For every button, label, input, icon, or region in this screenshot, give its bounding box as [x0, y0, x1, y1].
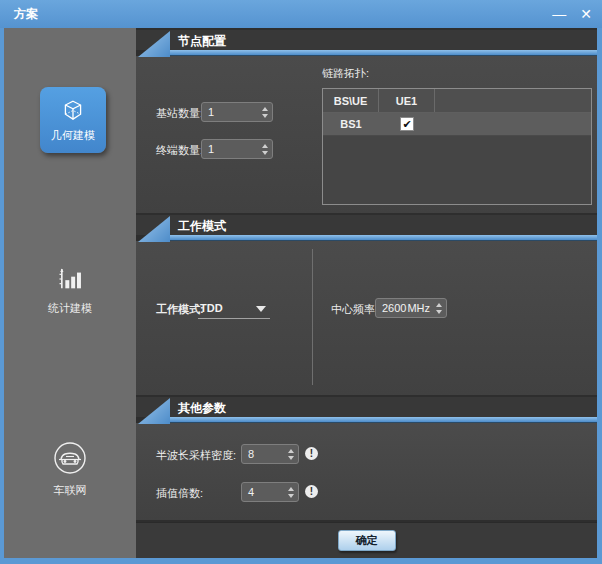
checkbox-cell: ✔ — [379, 117, 435, 131]
center-freq-value: 2600 — [382, 299, 406, 317]
work-mode-value: TDD — [200, 299, 223, 317]
spin-up-icon[interactable] — [436, 303, 442, 307]
info-icon[interactable]: ! — [305, 447, 318, 460]
close-button[interactable]: ✕ — [580, 0, 592, 28]
footer-bar: 确定 — [136, 522, 597, 558]
section-header: 其他参数 — [136, 397, 597, 417]
table-row-bs1: BS1 ✔ — [323, 113, 591, 136]
section-title: 节点配置 — [178, 33, 226, 50]
topology-label: 链路拓扑: — [322, 66, 369, 81]
spin-buttons — [258, 103, 271, 121]
spin-down-icon[interactable] — [436, 310, 442, 314]
sampling-density-label: 半波长采样密度: — [156, 448, 236, 463]
spin-down-icon[interactable] — [262, 151, 268, 155]
interpolation-spinner[interactable]: 4 — [241, 482, 299, 502]
sampling-density-value: 8 — [248, 445, 254, 463]
chevron-down-icon — [256, 306, 266, 312]
section-header: 工作模式 — [136, 215, 597, 235]
section-body: 半波长采样密度: 8 ! 插值倍数: 4 ! — [136, 423, 597, 520]
section-header: 节点配置 — [136, 30, 597, 50]
main-content: 节点配置 基站数量: 1 终端数量: 1 — [136, 28, 597, 558]
center-freq-unit: MHz — [407, 299, 430, 317]
spin-up-icon[interactable] — [262, 107, 268, 111]
spin-buttons — [284, 483, 297, 501]
work-mode-dropdown[interactable]: TDD — [198, 299, 270, 319]
section-body: 基站数量: 1 终端数量: 1 链路拓扑: — [136, 56, 597, 213]
sidebar-item-statistical-modeling[interactable]: 统计建模 — [4, 265, 136, 316]
section-work-mode: 工作模式 工作模式: TDD 中心频率: 2600 MHz — [136, 215, 597, 395]
spin-up-icon[interactable] — [288, 449, 294, 453]
spin-up-icon[interactable] — [288, 487, 294, 491]
center-freq-label: 中心频率: — [331, 302, 378, 317]
window-controls: — ✕ — [552, 0, 592, 28]
spin-down-icon[interactable] — [262, 114, 268, 118]
sidebar-item-geometric-modeling[interactable]: 几何建模 — [40, 87, 106, 153]
spin-buttons — [432, 299, 445, 317]
section-title: 工作模式 — [178, 218, 226, 235]
sidebar-item-label: 车联网 — [54, 483, 87, 498]
section-triangle-icon — [138, 31, 170, 57]
connected-car-icon — [52, 440, 88, 476]
section-triangle-icon — [138, 216, 170, 242]
sidebar-item-label: 几何建模 — [51, 128, 95, 143]
window-title: 方案 — [14, 0, 38, 28]
link-checkbox[interactable]: ✔ — [400, 117, 414, 131]
section-triangle-icon — [138, 398, 170, 424]
section-node-config: 节点配置 基站数量: 1 终端数量: 1 — [136, 30, 597, 213]
spin-down-icon[interactable] — [288, 456, 294, 460]
link-topology-table: BS\UE UE1 BS1 ✔ — [322, 88, 592, 205]
info-icon[interactable]: ! — [305, 485, 318, 498]
spin-buttons — [284, 445, 297, 463]
sidebar: 几何建模 统计建模 — [4, 28, 136, 558]
spin-buttons — [258, 140, 271, 158]
minimize-button[interactable]: — — [552, 0, 566, 28]
table-header-row: BS\UE UE1 — [323, 89, 591, 113]
spin-up-icon[interactable] — [262, 144, 268, 148]
section-other-params: 其他参数 半波长采样密度: 8 ! 插值倍数: 4 — [136, 397, 597, 520]
section-body: 工作模式: TDD 中心频率: 2600 MHz — [136, 241, 597, 395]
table-row-header: BS1 — [323, 118, 379, 130]
table-col-header-ue1: UE1 — [379, 89, 435, 112]
bs-count-spinner[interactable]: 1 — [201, 102, 273, 122]
app-window: 方案 — ✕ 几何建模 — [0, 0, 602, 564]
spin-down-icon[interactable] — [288, 494, 294, 498]
cube-icon — [60, 98, 86, 124]
ue-count-label: 终端数量: — [156, 143, 203, 158]
work-mode-label: 工作模式: — [156, 302, 204, 317]
ue-count-value: 1 — [208, 140, 214, 158]
interpolation-label: 插值倍数: — [156, 486, 203, 501]
vertical-divider — [312, 249, 313, 385]
sidebar-item-label: 统计建模 — [48, 301, 92, 316]
title-bar: 方案 — ✕ — [0, 0, 602, 28]
bs-count-value: 1 — [208, 103, 214, 121]
table-corner-header: BS\UE — [323, 89, 379, 112]
confirm-button[interactable]: 确定 — [338, 530, 396, 551]
sidebar-item-connected-vehicles[interactable]: 车联网 — [4, 440, 136, 498]
center-freq-spinner[interactable]: 2600 MHz — [375, 298, 447, 318]
ue-count-spinner[interactable]: 1 — [201, 139, 273, 159]
bs-count-label: 基站数量: — [156, 106, 203, 121]
interpolation-value: 4 — [248, 483, 254, 501]
bar-chart-icon — [56, 265, 84, 293]
section-title: 其他参数 — [178, 400, 226, 417]
sampling-density-spinner[interactable]: 8 — [241, 444, 299, 464]
